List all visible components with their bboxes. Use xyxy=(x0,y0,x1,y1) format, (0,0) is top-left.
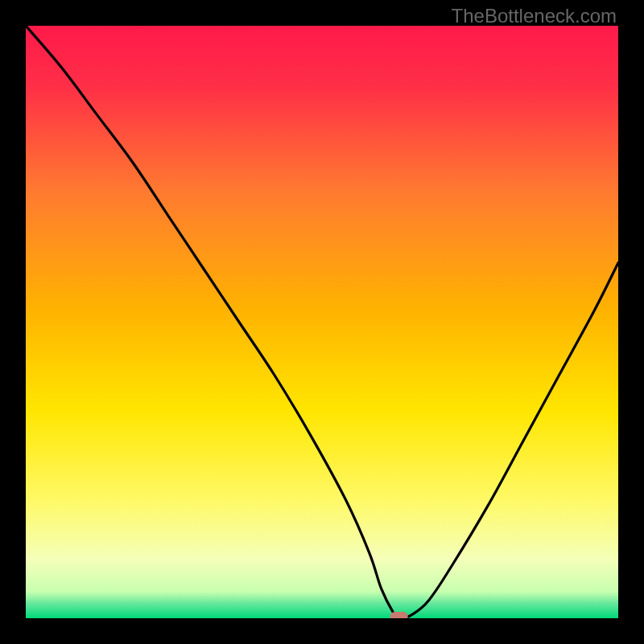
bottleneck-curve xyxy=(26,26,618,618)
minimum-marker xyxy=(390,612,408,618)
chart-container: TheBottleneck.com xyxy=(0,0,644,644)
plot-area xyxy=(26,26,618,618)
watermark-text: TheBottleneck.com xyxy=(452,5,617,27)
